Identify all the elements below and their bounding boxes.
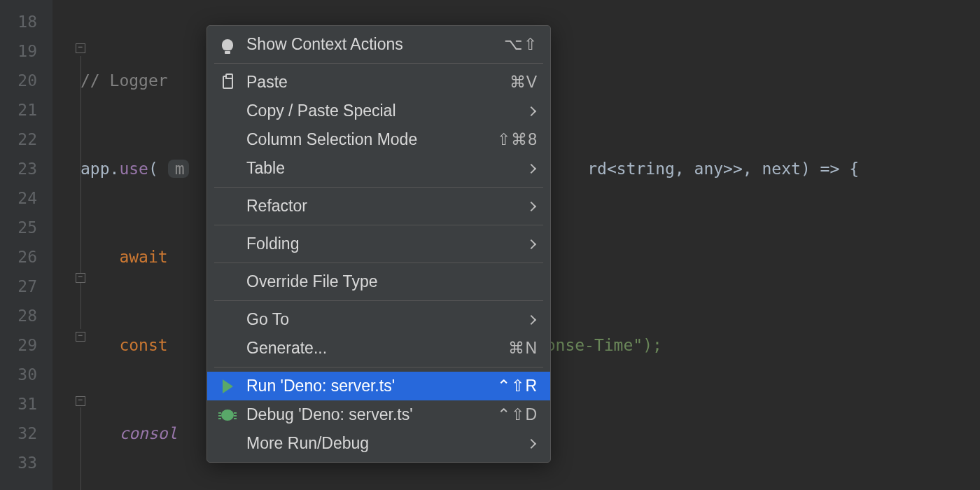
menu-label: Run 'Deno: server.ts' [246, 377, 497, 396]
menu-label: Override File Type [246, 272, 538, 291]
line-number: 23 [0, 154, 52, 183]
code-token: rd<string, any>> [587, 160, 743, 178]
menu-separator [214, 63, 543, 64]
line-number: 33 [0, 448, 52, 477]
line-number: 21 [0, 95, 52, 125]
code-token: const [119, 336, 167, 354]
menu-label: Show Context Actions [246, 35, 504, 54]
bulb-icon [220, 37, 235, 52]
menu-shortcut: ⌘N [508, 339, 538, 358]
line-number: 27 [0, 272, 52, 301]
line-number: 28 [0, 301, 52, 330]
clipboard-icon [220, 75, 235, 90]
code-token: use [119, 160, 148, 178]
menu-context-actions[interactable]: Show Context Actions ⌥⇧ [207, 30, 550, 59]
chevron-right-icon [526, 314, 536, 324]
menu-separator [214, 187, 543, 188]
menu-column-selection[interactable]: Column Selection Mode ⇧⌘8 [207, 125, 550, 154]
menu-go-to[interactable]: Go To [207, 305, 550, 334]
param-hint: m [168, 160, 189, 178]
menu-table[interactable]: Table [207, 154, 550, 183]
chevron-right-icon [526, 201, 536, 211]
menu-label: Go To [246, 310, 528, 329]
line-number: 30 [0, 360, 52, 389]
context-menu: Show Context Actions ⌥⇧ Paste ⌘V Copy / … [206, 25, 551, 463]
chevron-right-icon [526, 239, 536, 248]
code-comment: // Logger [80, 71, 168, 90]
line-number: 25 [0, 213, 52, 242]
menu-label: Refactor [246, 197, 528, 216]
menu-label: Paste [246, 73, 510, 92]
line-number: 29 [0, 330, 52, 360]
menu-shortcut: ⌥⇧ [504, 35, 538, 54]
menu-paste[interactable]: Paste ⌘V [207, 68, 550, 97]
chevron-right-icon [526, 438, 536, 448]
menu-label: More Run/Debug [246, 434, 528, 453]
menu-override-file-type[interactable]: Override File Type [207, 267, 550, 296]
line-number: 24 [0, 183, 52, 213]
menu-debug[interactable]: Debug 'Deno: server.ts' ⌃⇧D [207, 400, 550, 429]
menu-label: Table [246, 159, 528, 178]
menu-label: Debug 'Deno: server.ts' [246, 405, 497, 424]
code-token: await [119, 248, 167, 266]
line-number: 32 [0, 419, 52, 448]
play-icon [220, 379, 235, 394]
code-token: , next) => { [743, 160, 859, 178]
menu-separator [214, 367, 543, 368]
menu-label: Copy / Paste Special [246, 102, 528, 120]
menu-generate[interactable]: Generate... ⌘N [207, 334, 550, 363]
menu-run[interactable]: Run 'Deno: server.ts' ⌃⇧R [207, 372, 550, 400]
menu-separator [214, 300, 543, 301]
menu-refactor[interactable]: Refactor [207, 192, 550, 220]
menu-shortcut: ⌃⇧R [497, 377, 538, 396]
code-token: consol [119, 424, 177, 442]
menu-shortcut: ⌘V [510, 73, 538, 92]
line-number-gutter: 18 19 20 21 22 23 24 25 26 27 28 29 30 3… [0, 0, 52, 490]
line-number: 22 [0, 125, 52, 154]
line-number: 18 [0, 7, 52, 36]
code-token: app [80, 160, 110, 178]
menu-label: Folding [246, 234, 528, 253]
menu-copy-paste-special[interactable]: Copy / Paste Special [207, 97, 550, 125]
menu-label: Column Selection Mode [246, 130, 497, 149]
line-number: 19 [0, 36, 52, 66]
menu-shortcut: ⌃⇧D [497, 405, 538, 424]
menu-more-run-debug[interactable]: More Run/Debug [207, 429, 550, 458]
menu-label: Generate... [246, 339, 508, 358]
menu-separator [214, 262, 543, 263]
menu-separator [214, 225, 543, 225]
line-number: 31 [0, 389, 52, 419]
menu-folding[interactable]: Folding [207, 230, 550, 258]
chevron-right-icon [526, 163, 536, 173]
line-number: 26 [0, 242, 52, 272]
line-number: 20 [0, 66, 52, 95]
fold-gutter [52, 0, 80, 490]
chevron-right-icon [526, 106, 536, 115]
bug-icon [220, 407, 235, 423]
menu-shortcut: ⇧⌘8 [497, 130, 538, 149]
